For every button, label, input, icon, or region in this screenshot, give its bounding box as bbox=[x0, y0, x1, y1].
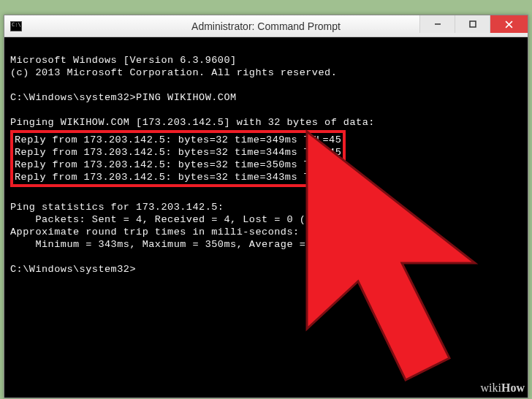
reply-line: Reply from 173.203.142.5: bytes=32 time=… bbox=[15, 159, 341, 170]
reply-line: Reply from 173.203.142.5: bytes=32 time=… bbox=[15, 172, 341, 183]
stats-line: Ping statistics for 173.203.142.5: bbox=[10, 202, 224, 213]
prompt-line: C:\Windows\system32>PING WIKIHOW.COM bbox=[10, 92, 237, 103]
maximize-button[interactable] bbox=[455, 15, 490, 33]
cmd-icon: C:\ bbox=[10, 21, 22, 31]
window-controls bbox=[419, 15, 528, 33]
window-title: Administrator: Command Prompt bbox=[191, 20, 341, 32]
close-button[interactable] bbox=[490, 15, 528, 33]
prompt-line: C:\Windows\system32> bbox=[10, 264, 136, 275]
wikihow-watermark: wikiHow bbox=[481, 381, 525, 395]
reply-line: Reply from 173.203.142.5: bytes=32 time=… bbox=[15, 147, 341, 158]
output-line: Microsoft Windows [Version 6.3.9600] bbox=[10, 55, 237, 66]
titlebar[interactable]: C:\ Administrator: Command Prompt bbox=[4, 15, 528, 37]
stats-line: Approximate round trip times in milli-se… bbox=[10, 227, 300, 238]
output-line: Pinging WIKIHOW.COM [173.203.142.5] with… bbox=[10, 117, 375, 128]
reply-line: Reply from 173.203.142.5: bytes=32 time=… bbox=[15, 134, 341, 145]
highlighted-replies: Reply from 173.203.142.5: bytes=32 time=… bbox=[10, 130, 346, 187]
minimize-button[interactable] bbox=[419, 15, 455, 33]
terminal-output[interactable]: Microsoft Windows [Version 6.3.9600] (c)… bbox=[4, 37, 528, 280]
stats-line: Packets: Sent = 4, Received = 4, Lost = … bbox=[10, 214, 362, 225]
stats-line: Minimum = 343ms, Maximum = 350ms, Averag… bbox=[10, 239, 343, 250]
output-line: (c) 2013 Microsoft Corporation. All righ… bbox=[10, 67, 337, 78]
svg-rect-1 bbox=[470, 21, 476, 27]
command-prompt-window: C:\ Administrator: Command Prompt Micros… bbox=[4, 15, 528, 398]
